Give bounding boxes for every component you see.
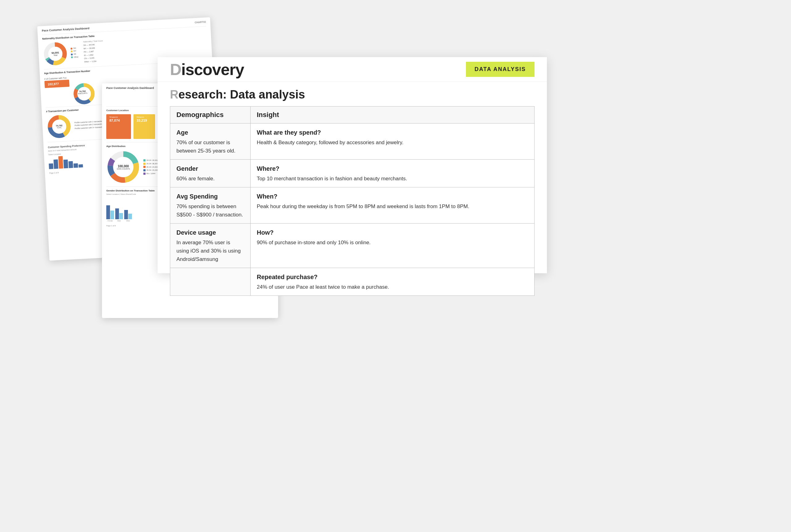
dc1-donut-nationality: $4,591 Total (42, 41, 68, 67)
dc2-singapore-box: Singapore 87,074 (106, 114, 131, 139)
insight-label-where: Where? (257, 164, 528, 173)
demo-label-spending: Avg Spending (177, 192, 244, 201)
insight-desc-where: Top 10 merchant transaction is in fashio… (257, 176, 407, 182)
dc1-donut-age: 74,782 SUBCOUNTS (71, 81, 94, 104)
page-subtitle: Research: Data analysis (158, 82, 547, 106)
insight-desc-repeat: 24% of user use Pace at least twice to m… (257, 284, 389, 290)
insight-desc-spend: Health & Beauty category, followed by ac… (257, 139, 404, 146)
dc2-malaysia-box: Malaysia 33,219 (133, 114, 155, 139)
table-header-demographics: Demographics (170, 107, 251, 124)
dc2-location-section: Customer Location (106, 109, 129, 112)
dc1-legend: SG MY HK Other (71, 46, 78, 59)
insight-desc-when: Peak hour during the weekday is from 5PM… (257, 204, 470, 209)
demo-desc-spending: 70% spending is between S$500 - S$900 / … (177, 204, 243, 218)
table-row: Gender 60% are female. Where? Top 10 mer… (170, 159, 535, 187)
demo-label-gender: Gender (177, 164, 244, 173)
dc2-age-donut-value: 100,000 100% COUNTS (117, 165, 130, 170)
table-row: Repeated purchase? 24% of user use Pace … (170, 268, 535, 296)
insight-label-how: How? (257, 228, 528, 237)
dc1-customer-label: # of Customer with Txn (44, 77, 69, 80)
table-row: Device usage In average 70% user is usin… (170, 224, 535, 268)
table-row: Age 70% of our customer is between 25-35… (170, 124, 535, 159)
dc1-customer-value: 102,977 (44, 80, 70, 88)
insight-desc-how: 90% of purchase in-store and only 10% is… (257, 240, 371, 245)
table-header-insight: Insight (251, 107, 535, 124)
dc1-title: Pace Customer Analysis Dashboard (42, 26, 90, 32)
dc2-age-donut: 100,000 100% COUNTS (106, 150, 140, 184)
insight-label-spend: What are they spend? (257, 128, 528, 137)
dc1-chartio: CHARTIO (195, 21, 206, 24)
table-row: Avg Spending 70% spending is between S$5… (170, 187, 535, 224)
dc1-txn-value: 74,782 TOTAL (56, 125, 63, 129)
demo-desc-age: 70% of our customer is between 25-35 yea… (177, 139, 236, 154)
dc1-donut-txn: 74,782 TOTAL (47, 114, 72, 139)
dc2-title: Pace Customer Analysis Dashboard (106, 87, 154, 90)
page-title: Discovery (170, 60, 466, 79)
demo-desc-device: In average 70% user is using iOS and 30%… (177, 240, 241, 262)
demo-label-age: Age (177, 128, 244, 137)
demo-desc-gender: 60% are female. (177, 176, 215, 182)
dc1-donut-value: $4,591 Total (52, 51, 59, 56)
main-panel: Discovery DATA ANALYSIS Research: Data a… (158, 57, 547, 273)
demo-label-device: Device usage (177, 228, 244, 237)
data-analysis-badge: DATA ANALYSIS (466, 62, 535, 77)
insights-table: Demographics Insight Age 70% of our cust… (170, 106, 535, 296)
dc1-donut-age-value: 74,782 SUBCOUNTS (77, 90, 88, 94)
insight-label-when: When? (257, 192, 528, 201)
insight-label-repeat: Repeated purchase? (257, 272, 528, 282)
